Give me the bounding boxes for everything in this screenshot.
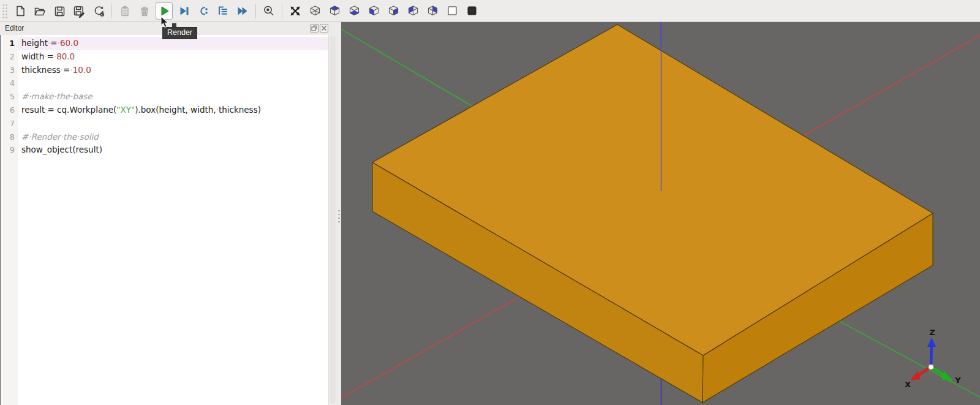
- code-editor[interactable]: 123456789 height·=·60.0width·=·80.0thick…: [0, 35, 328, 405]
- trash-icon: [138, 4, 151, 18]
- panel-splitter[interactable]: [336, 22, 341, 405]
- toolbar-separator: [111, 4, 112, 18]
- view-bottom-button[interactable]: [345, 2, 363, 20]
- code-token: thickness): [219, 105, 261, 115]
- view-top-button[interactable]: [326, 2, 343, 20]
- copy-icon: [118, 4, 132, 18]
- save-as-button[interactable]: [70, 2, 88, 20]
- toolbar-drag-handle[interactable]: [2, 4, 8, 18]
- shaded-icon: [466, 4, 478, 17]
- triad-z-label: Z: [929, 328, 935, 337]
- line-number[interactable]: 9: [2, 143, 18, 157]
- editor-title: Editor: [5, 24, 24, 32]
- code-token: #·Render·the·solid: [21, 132, 99, 142]
- triad-x-label: X: [905, 380, 911, 389]
- open-folder-icon: [33, 4, 47, 18]
- triad-origin-dot: [929, 365, 933, 369]
- line-number[interactable]: 3: [2, 64, 18, 77]
- code-line[interactable]: thickness·=·10.0: [18, 64, 328, 77]
- line-number[interactable]: 8: [2, 131, 18, 144]
- float-icon: [311, 25, 317, 31]
- wireframe-icon: [446, 4, 459, 17]
- code-token: "XY": [116, 105, 135, 115]
- 3d-viewport[interactable]: X Y Z: [341, 22, 980, 405]
- fit-view-icon: [288, 4, 302, 18]
- code-line[interactable]: #·Render·the·solid: [18, 131, 328, 144]
- wireframe-button[interactable]: [443, 2, 461, 20]
- code-lines[interactable]: height·=·60.0width·=·80.0thickness·=·10.…: [18, 37, 328, 157]
- main-toolbar: [0, 0, 980, 22]
- editor-dock: Editor 123456789 height·=·60.0width·=·80…: [0, 22, 336, 405]
- view-back-button[interactable]: [385, 2, 402, 20]
- magnifier-icon: [262, 4, 276, 18]
- view-front-icon: [368, 4, 380, 17]
- line-number[interactable]: 2: [2, 50, 18, 64]
- fit-view-button[interactable]: [287, 2, 304, 20]
- view-iso-button[interactable]: [306, 2, 323, 20]
- view-right-button[interactable]: [424, 2, 441, 20]
- view-front-button[interactable]: [365, 2, 382, 20]
- new-file-icon: [13, 4, 27, 18]
- line-number[interactable]: 6: [2, 104, 18, 117]
- view-iso-icon: [309, 4, 322, 17]
- triad-y-label: Y: [954, 376, 961, 385]
- splitter-grip: [338, 209, 340, 225]
- gutter[interactable]: 123456789: [2, 37, 18, 157]
- debug-play-icon: [176, 4, 191, 18]
- continue-icon: [235, 4, 250, 18]
- render-tooltip: Render: [162, 27, 197, 39]
- view-top-icon: [328, 4, 341, 17]
- code-token: #·make·the·base: [21, 91, 92, 101]
- triad-z-arrow: [931, 346, 932, 367]
- reload-button[interactable]: [90, 2, 107, 20]
- code-token: cq.Workplane(: [57, 105, 116, 115]
- view-bottom-icon: [348, 4, 361, 17]
- code-token: =: [50, 38, 57, 48]
- editor-float-button[interactable]: [310, 24, 318, 32]
- line-number[interactable]: 5: [2, 90, 18, 104]
- code-token: width: [21, 51, 44, 61]
- reload-icon: [92, 4, 105, 18]
- code-token: thickness: [21, 65, 61, 75]
- code-line[interactable]: width·=·80.0: [18, 50, 328, 64]
- code-token: show_object(result): [21, 145, 102, 154]
- code-token: 60.0: [60, 38, 78, 48]
- delete-button[interactable]: [136, 2, 153, 20]
- code-line[interactable]: [18, 117, 328, 131]
- code-token: =: [48, 105, 55, 115]
- save-as-icon: [72, 4, 86, 18]
- code-token: height: [21, 38, 48, 48]
- view-left-button[interactable]: [404, 2, 421, 20]
- scene[interactable]: X Y Z: [341, 22, 980, 405]
- new-file-button[interactable]: [12, 2, 29, 20]
- code-token: =: [47, 51, 54, 61]
- magnifier-button[interactable]: [260, 2, 277, 20]
- toolbar-separator: [282, 4, 282, 18]
- copy-button[interactable]: [116, 2, 134, 20]
- view-back-icon: [387, 4, 400, 17]
- line-number[interactable]: 7: [2, 117, 18, 131]
- code-line[interactable]: result·=·cq.Workplane("XY").box(height,·…: [18, 104, 328, 117]
- save-button[interactable]: [51, 2, 68, 20]
- editor-close-button[interactable]: [320, 24, 328, 32]
- editor-scrollbar[interactable]: [328, 35, 336, 405]
- code-line[interactable]: #·make·the·base: [18, 90, 328, 104]
- line-number[interactable]: 4: [2, 77, 18, 90]
- view-right-icon: [426, 4, 439, 17]
- debug-button[interactable]: [175, 2, 192, 20]
- mouse-cursor: [160, 16, 170, 28]
- open-file-button[interactable]: [31, 2, 48, 20]
- toolbar-separator: [255, 4, 256, 18]
- code-token: 80.0: [56, 51, 75, 61]
- code-token: 10.0: [73, 65, 91, 75]
- editor-scrollbar-thumb[interactable]: [330, 36, 336, 404]
- continue-button[interactable]: [234, 2, 251, 20]
- code-token: ).box(height,: [135, 105, 188, 115]
- code-line[interactable]: [18, 77, 328, 90]
- code-line[interactable]: show_object(result): [18, 143, 328, 157]
- line-number[interactable]: 1: [2, 37, 18, 50]
- step-into-button[interactable]: [214, 2, 232, 20]
- shaded-button[interactable]: [463, 2, 480, 20]
- step-over-button[interactable]: [195, 2, 212, 20]
- close-icon: [321, 25, 327, 31]
